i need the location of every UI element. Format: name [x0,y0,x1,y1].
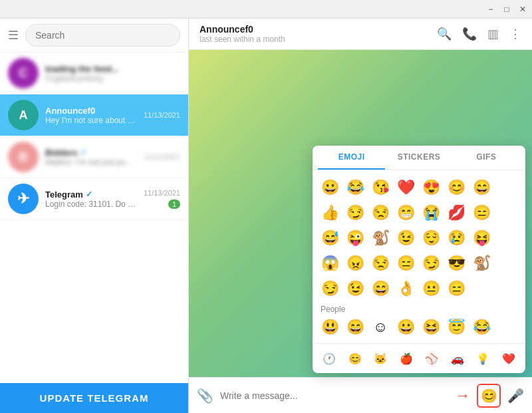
emoji-cell[interactable]: 😢 [444,226,468,250]
hamburger-icon[interactable]: ☰ [8,28,19,43]
chat-time: 11/13/2021 [144,189,180,197]
emoji-cell[interactable]: 😌 [419,226,443,250]
chat-item[interactable]: B Bidders ✓ bidders: I'm not just publis… [0,136,188,178]
emoji-cell[interactable]: 😏 [419,251,443,275]
chat-name: loading the feed... [45,64,174,74]
emoji-cell[interactable]: 🍎 [394,341,418,343]
chat-name: Bidders ✓ [45,148,137,158]
emoji-row: 😀 😂 😘 ❤️ 😍 😊 😄 [318,176,520,200]
emoji-cell[interactable]: 😏 [343,201,367,225]
emoji-cell[interactable]: 👌 [394,277,418,301]
chat-input-bar: 📎 → 😊 🎤 [189,377,532,413]
emoji-cell[interactable]: 😂 [343,176,367,200]
objects-icon[interactable]: 💡 [471,346,495,370]
emoji-cell[interactable]: 😑 [394,251,418,275]
emoji-cell[interactable]: 😄 [343,315,367,339]
emoji-cell[interactable]: 😅 [318,226,342,250]
emoji-cell[interactable]: 😑 [444,277,468,301]
arrow-indicator: → [456,387,470,404]
tab-emoji[interactable]: EMOJI [318,146,385,170]
chat-item-active[interactable]: A Announcef0 Hey I'm not sure about this… [0,94,188,136]
chat-header-info: Announcef0 last seen within a month [200,24,285,44]
emoji-cell[interactable]: 😛 [318,341,342,343]
avatar: B [8,142,39,172]
phone-icon[interactable]: 📞 [462,27,477,41]
emoji-cell[interactable]: 😍 [419,176,443,200]
message-input[interactable] [220,390,449,401]
activities-icon[interactable]: ⚾ [420,346,444,370]
chat-item[interactable]: C loading the feed... Cryptoscurrency [0,53,188,94]
emoji-cell[interactable]: 😉 [343,277,367,301]
emoji-cell[interactable]: 😄 [368,277,392,301]
emoji-cell[interactable]: 😆 [419,315,443,339]
search-input[interactable] [25,24,180,47]
emoji-cell[interactable]: 😉 [394,226,418,250]
travel-icon[interactable]: 🚗 [446,346,469,370]
emoji-section-label: People [318,302,520,315]
chat-preview: Login code: 31101. Do not give... [45,200,137,209]
more-icon[interactable]: ⋮ [509,27,521,41]
emoji-cell[interactable]: ❤️ [394,176,418,200]
chat-meta: 11/13/2021 1 [144,189,180,209]
emoji-cell[interactable]: 😒 [368,201,392,225]
attach-icon[interactable]: 📎 [197,388,213,404]
emoji-cell[interactable]: 😇 [444,315,468,339]
food-icon[interactable]: 🍎 [395,346,418,370]
emoji-cell[interactable]: 😎 [444,251,468,275]
chat-preview: Hey I'm not sure about this app [45,116,137,125]
tab-gifs[interactable]: GIFS [453,146,520,170]
search-icon[interactable]: 🔍 [437,27,452,41]
emoji-cell[interactable]: 😒 [368,251,392,275]
people-icon[interactable]: 😊 [344,346,367,370]
mic-icon[interactable]: 🎤 [507,388,524,404]
contact-status: last seen within a month [200,35,285,44]
emoji-cell[interactable]: 😱 [318,251,342,275]
emoji-cell[interactable]: 😠 [343,251,367,275]
emoji-cell[interactable]: 😑 [469,201,493,225]
emoji-cell[interactable]: 😄 [469,176,493,200]
emoji-cell[interactable]: 🐱 [368,341,392,343]
update-telegram-button[interactable]: UPDATE TELEGRAM [0,383,188,413]
emoji-cell[interactable] [469,277,493,301]
unread-badge: 1 [168,200,180,209]
emoji-cell[interactable]: 😃 [318,315,342,339]
columns-icon[interactable]: ▥ [487,27,499,41]
emoji-grid: 😀 😂 😘 ❤️ 😍 😊 😄 👍 😏 😒 😁 😭 💋 😑 [313,170,525,343]
chat-header: Announcef0 last seen within a month 🔍 📞 … [189,19,532,50]
emoji-cell[interactable]: 😀 [394,315,418,339]
emoji-cell[interactable]: 😀 [318,176,342,200]
recent-icon[interactable]: 🕐 [318,346,341,370]
emoji-cell[interactable]: 😋 [343,341,367,343]
emoji-cell[interactable]: 😘 [368,176,392,200]
emoji-cell[interactable]: 😁 [394,201,418,225]
chat-list: C loading the feed... Cryptoscurrency A … [0,53,188,383]
emoji-cell[interactable]: 😊 [444,176,468,200]
emoji-cell[interactable]: 😏 [318,277,342,301]
emoji-cell[interactable]: 👍 [318,201,342,225]
tab-stickers[interactable]: STICKERS [385,146,452,170]
emoji-cell[interactable]: 😜 [343,226,367,250]
chat-item-telegram[interactable]: ✈ Telegram ✓ Login code: 31101. Do not g… [0,178,188,220]
avatar: C [8,58,39,88]
emoji-button-highlighted[interactable]: 😊 [477,384,501,408]
emoji-cell[interactable]: ⚾ [419,341,443,343]
sidebar-header: ☰ [0,19,188,53]
emoji-cell[interactable]: 😝 [469,226,493,250]
emoji-cell[interactable]: 😂 [469,315,493,339]
maximize-button[interactable]: □ [501,4,512,15]
symbols-icon[interactable]: ❤️ [497,346,521,370]
emoji-cell[interactable]: 😊 [469,341,493,343]
close-button[interactable]: ✕ [517,4,528,15]
title-bar: − □ ✕ [0,0,532,19]
emoji-cell[interactable]: 🚗 [444,341,468,343]
emoji-cell[interactable]: 😐 [419,277,443,301]
animals-icon[interactable]: 🐱 [369,346,392,370]
emoji-cell[interactable]: 😭 [419,201,443,225]
emoji-cell[interactable]: ☺️ [368,315,392,339]
emoji-cell[interactable]: 🐒 [469,251,493,275]
chat-time: 11/13/2021 [144,153,180,161]
minimize-button[interactable]: − [485,4,496,15]
emoji-cell[interactable]: 🐒 [368,226,392,250]
chat-name: Announcef0 [45,106,137,116]
emoji-cell[interactable]: 💋 [444,201,468,225]
